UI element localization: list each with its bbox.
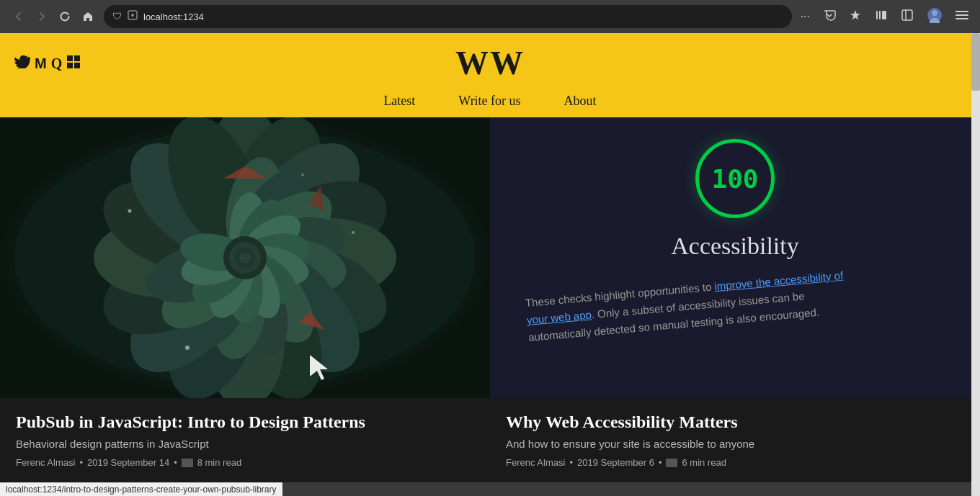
articles-grid: PubSub in JavaScript: Intro to Design Pa… — [0, 117, 980, 482]
svg-rect-2 — [876, 11, 878, 19]
svg-point-1 — [131, 14, 134, 17]
author-2: Ferenc Almasi — [506, 457, 565, 468]
nav-about[interactable]: About — [564, 94, 597, 109]
article-info-1: PubSub in JavaScript: Intro to Design Pa… — [0, 398, 490, 482]
pocket-button[interactable] — [820, 6, 839, 27]
browser-actions: ··· — [798, 4, 971, 29]
menu-button[interactable] — [953, 6, 971, 27]
scrollbar[interactable] — [971, 33, 980, 496]
accessibility-text: These checks highlight opportunities to … — [525, 257, 960, 346]
library-button[interactable] — [872, 6, 891, 27]
twitter-icon[interactable] — [14, 55, 30, 72]
star-button[interactable] — [846, 6, 865, 27]
book-icon-1 — [182, 459, 193, 467]
site-logo[interactable]: WW — [455, 47, 525, 80]
social-icons: M Q — [14, 55, 81, 73]
page-icon — [128, 10, 138, 23]
website: M Q WW — [0, 33, 980, 482]
grid-icon[interactable] — [66, 55, 81, 73]
svg-rect-3 — [879, 11, 881, 19]
read-time-2: 6 min read — [682, 457, 726, 468]
article-info-2: Why Web Accessibility Matters And how to… — [490, 398, 980, 482]
bullet-2: • — [174, 457, 177, 468]
article-image-1 — [0, 117, 490, 398]
bullet-4: • — [659, 457, 662, 468]
svg-point-68 — [185, 346, 190, 350]
svg-rect-15 — [67, 63, 73, 68]
more-button[interactable]: ··· — [798, 7, 813, 26]
article-card-2[interactable]: 100 Accessibility These checks highlight… — [490, 117, 980, 482]
sidepanel-button[interactable] — [898, 6, 917, 27]
nav-latest[interactable]: Latest — [383, 94, 415, 109]
article-card-1[interactable]: PubSub in JavaScript: Intro to Design Pa… — [0, 117, 490, 482]
author-1: Ferenc Almasi — [16, 457, 75, 468]
site-nav: Latest Write for us About — [0, 84, 980, 117]
svg-point-67 — [352, 231, 355, 234]
score-circle: 100 — [695, 139, 775, 218]
browser-chrome: 🛡 localhost:1234 ··· — [0, 0, 980, 496]
page-wrapper: 🛡 localhost:1234 ··· — [0, 0, 980, 496]
svg-point-69 — [301, 173, 304, 176]
quora-icon[interactable]: Q — [51, 55, 63, 72]
nav-write[interactable]: Write for us — [458, 94, 520, 109]
profile-button[interactable] — [924, 4, 945, 29]
home-button[interactable] — [78, 6, 98, 27]
status-url: localhost:1234/intro-to-design-patterns-… — [6, 484, 277, 495]
accessibility-image: 100 Accessibility These checks highlight… — [490, 117, 980, 398]
book-icon-2 — [666, 459, 677, 467]
svg-point-8 — [932, 10, 937, 16]
accessibility-title: Accessibility — [671, 233, 799, 260]
back-button[interactable] — [9, 6, 29, 27]
article-subtitle-2: And how to ensure your site is accessibl… — [506, 438, 964, 450]
read-time-1: 8 min read — [197, 457, 241, 468]
svg-rect-4 — [882, 11, 886, 19]
url-text: localhost:1234 — [143, 12, 204, 22]
nav-buttons — [9, 6, 98, 27]
date-1: 2019 September 14 — [87, 457, 169, 468]
svg-rect-10 — [956, 11, 968, 12]
article-title-1: PubSub in JavaScript: Intro to Design Pa… — [16, 411, 474, 433]
security-icon: 🛡 — [112, 11, 122, 22]
header-top: M Q WW — [0, 33, 980, 84]
site-header: M Q WW — [0, 33, 980, 117]
bullet-1: • — [79, 457, 83, 468]
forward-button[interactable] — [32, 6, 52, 27]
article-title-2: Why Web Accessibility Matters — [506, 411, 964, 433]
bullet-3: • — [569, 457, 573, 468]
svg-rect-12 — [956, 18, 968, 19]
article-meta-2: Ferenc Almasi • 2019 September 6 • 6 min… — [506, 457, 964, 468]
scrollbar-thumb[interactable] — [971, 33, 980, 91]
svg-rect-5 — [902, 10, 912, 20]
svg-point-66 — [128, 209, 132, 213]
article-subtitle-1: Behavioral design patterns in JavaScript — [16, 438, 474, 450]
browser-toolbar: 🛡 localhost:1234 ··· — [0, 0, 980, 33]
address-bar[interactable]: 🛡 localhost:1234 — [104, 5, 792, 28]
svg-rect-14 — [74, 55, 80, 61]
article-meta-1: Ferenc Almasi • 2019 September 14 • 8 mi… — [16, 457, 474, 468]
svg-point-62 — [239, 252, 251, 263]
medium-icon[interactable]: M — [35, 55, 47, 72]
date-2: 2019 September 6 — [577, 457, 654, 468]
article-image-2: 100 Accessibility These checks highlight… — [490, 117, 980, 398]
status-bar: localhost:1234/intro-to-design-patterns-… — [0, 482, 282, 496]
svg-rect-11 — [956, 14, 968, 16]
succulent-image — [0, 117, 490, 398]
svg-rect-13 — [67, 55, 73, 61]
reload-button[interactable] — [55, 6, 75, 27]
svg-rect-16 — [74, 63, 80, 68]
